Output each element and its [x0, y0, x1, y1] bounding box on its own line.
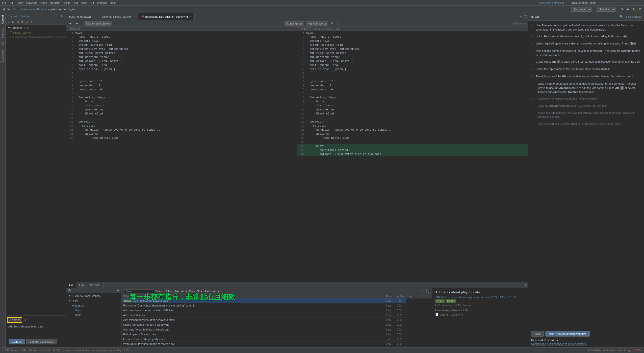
branch-main[interactable]: main — [73, 313, 121, 317]
do-not-ignore-label[interactable]: Do not ignore — [284, 21, 304, 26]
vtab-structure[interactable]: Structure — [0, 26, 5, 40]
diff-help-btn[interactable]: ? — [336, 21, 339, 26]
line-number: 1 — [298, 32, 304, 34]
date-filter[interactable]: Date: All ▼ — [189, 290, 203, 293]
commit-row[interactable]: Describe simple cat's favourite thingsLe… — [122, 346, 432, 348]
menu-git[interactable]: Git — [90, 1, 94, 4]
settings-button[interactable]: ⚙ — [638, 7, 642, 11]
git-search-btn[interactable]: 🔍 — [619, 15, 624, 19]
status-terminal[interactable]: Terminal — [40, 349, 50, 352]
menu-file[interactable]: File — [2, 1, 7, 4]
commit-row[interactable]: featureAdd facts about playing catsLearn… — [122, 298, 432, 303]
status-git[interactable]: ⑂ Git — [21, 349, 27, 352]
status-checkstyle[interactable]: CheckStyle — [588, 349, 601, 352]
menu-window[interactable]: Window — [97, 1, 107, 4]
commit-row[interactable]: Fix typo in "Clarify fact about martian'… — [122, 303, 432, 308]
file-tab-commit-close[interactable]: × — [134, 15, 135, 18]
expand-btn[interactable]: ⊞ — [11, 20, 15, 24]
debug-button[interactable]: 🐛 — [631, 7, 637, 11]
branch-fixes[interactable]: fixes — [73, 308, 121, 313]
amend-settings-btn[interactable]: ⚙ — [23, 318, 28, 322]
refresh-changes-btn[interactable]: ↺ — [7, 20, 11, 24]
refresh-log-btn[interactable]: ↺ — [117, 289, 119, 292]
log-settings-btn[interactable]: ⚙ — [523, 283, 528, 287]
git-toolbar-btn[interactable]: Git — [620, 7, 625, 11]
commit-row[interactable]: Add missed spaceLearner2021/4/1 18:47 — [122, 313, 432, 318]
menu-build[interactable]: Build — [64, 1, 70, 4]
commit-row[interactable]: Clarify fact about martian's cat driving… — [122, 322, 432, 327]
vtab-git[interactable]: Git — [0, 40, 5, 48]
menu-run[interactable]: Run — [73, 1, 78, 4]
commit-row[interactable]: Add missed new line after behaviour fact… — [122, 318, 432, 322]
file-tab-puss[interactable]: puss_in_boots.yml × — [66, 13, 99, 20]
file-tab-repo-diff-close[interactable]: × — [190, 15, 191, 18]
panel-settings-btn[interactable]: ⚙ — [60, 14, 64, 18]
bottom-tab-console[interactable]: Console — [87, 282, 103, 288]
side-by-side-label[interactable]: Side-by-side viewer — [84, 21, 112, 26]
log-expand-btn[interactable]: ⛶ — [425, 289, 430, 293]
bottom-tab-git[interactable]: Git — [66, 282, 76, 288]
menu-navigate[interactable]: Navigate — [26, 1, 37, 4]
status-csdn[interactable]: CSDN ♦ — [633, 349, 642, 352]
group-btn[interactable]: ☰ — [25, 20, 29, 24]
menu-view[interactable]: View — [17, 1, 23, 4]
vtab-commit[interactable]: Commit — [0, 13, 5, 26]
commit-row[interactable]: Add new favourite thing of simple catLea… — [122, 327, 432, 332]
amend-info-btn[interactable]: ℹ — [29, 318, 32, 322]
help-link[interactable]: Commit and push changes to Git repositor… — [531, 342, 641, 345]
commit-row[interactable]: Edit simple cat's eyes colorLearner2021/… — [122, 332, 432, 337]
menu-tools[interactable]: Tools — [81, 1, 87, 4]
log-search-input[interactable] — [124, 289, 154, 293]
run-button[interactable]: ▶ — [626, 7, 630, 11]
diff-settings-btn[interactable]: ⚙ — [519, 15, 523, 18]
filter-btn[interactable]: ⧖ — [30, 20, 33, 24]
back-button[interactable]: ◀ — [2, 7, 6, 11]
status-profiler[interactable]: Profiler — [29, 349, 37, 352]
user-filter[interactable]: User: All ▼ — [174, 290, 188, 293]
menu-refactor[interactable]: Refactor — [50, 1, 61, 4]
highlight-words-label[interactable]: Highlight words — [306, 21, 328, 26]
sample-dropdown[interactable]: Sample ▼ — [571, 7, 592, 12]
diff-nav-next[interactable]: ▶ — [74, 21, 79, 26]
status-autobuild[interactable]: Auto-build — [604, 349, 615, 352]
vtab-bookmarks[interactable]: Bookmarks — [0, 48, 5, 64]
status-problems[interactable]: ⚠ 0 Problems — [2, 349, 18, 352]
branch-filter[interactable]: Branch: All ▼ — [156, 290, 172, 293]
paths-filter[interactable]: Paths: All ▼ — [204, 290, 220, 293]
diff-nav-prev[interactable]: ◀ — [68, 21, 73, 26]
forward-button[interactable]: ▶ — [7, 7, 11, 11]
bottom-tab-log[interactable]: Log — [76, 282, 87, 288]
file-tab-repo-diff[interactable]: 📌 Repository Diff: puss_in_boots.yml × — [138, 13, 195, 20]
local-item[interactable]: ▼ Local — [66, 298, 121, 303]
line-content: fur_type: short haired — [306, 52, 527, 55]
file-tab-puss-close[interactable]: × — [94, 15, 96, 18]
next-footer-btn[interactable]: Next: Feature branch workflow — [545, 331, 589, 337]
commit-push-button[interactable]: Commit and Push... — [26, 339, 57, 344]
menu-edit[interactable]: Edit — [10, 1, 14, 4]
commit-button[interactable]: Commit — [9, 339, 25, 344]
branch-feature[interactable]: ▼ feature — [70, 303, 121, 308]
commit-row[interactable]: Fix indents and edit property nameJohnny… — [122, 337, 432, 342]
move-btn[interactable]: ⇅ — [20, 20, 24, 24]
diff-settings-icon[interactable]: ⚙ — [330, 21, 334, 26]
head-branch-item[interactable]: ▼ HEAD (Current Branch) — [66, 293, 121, 298]
menu-help[interactable]: Help — [110, 1, 116, 4]
diff-expand-btn[interactable]: ⛶ — [523, 15, 528, 18]
lesson-text-11: Select the highlighted file to add it to… — [538, 97, 641, 101]
amend-checkbox[interactable]: ✓ Amend — [7, 317, 22, 323]
change-file-item[interactable]: ☑ simple_cat.yml — [6, 30, 66, 35]
commit-row[interactable]: Write about favourite things of martian … — [122, 342, 432, 346]
exit-learning-button[interactable]: Exit learning — [626, 15, 641, 18]
commit-row[interactable]: Add new line at the end of each YML file… — [122, 308, 432, 313]
status-todo[interactable]: TODO — [53, 349, 60, 352]
status-eventlog[interactable]: Event Log — [619, 349, 630, 352]
jrebel-dropdown[interactable]: JRebel ▼ — [596, 7, 616, 12]
collapse-btn[interactable]: ⊟ — [16, 20, 20, 24]
file-tab-commit[interactable]: Commit: simple_cat.yml × — [99, 13, 138, 20]
back-footer-btn[interactable]: Back — [531, 331, 544, 337]
log-refresh-btn[interactable]: ↺ — [419, 289, 424, 293]
commit-message-input[interactable]: Add facts about playing cats — [7, 324, 64, 336]
refresh-button[interactable]: ↺ — [12, 7, 16, 11]
back-arrow-icon[interactable]: ◀ — [531, 15, 533, 19]
menu-code[interactable]: Code — [40, 1, 47, 4]
